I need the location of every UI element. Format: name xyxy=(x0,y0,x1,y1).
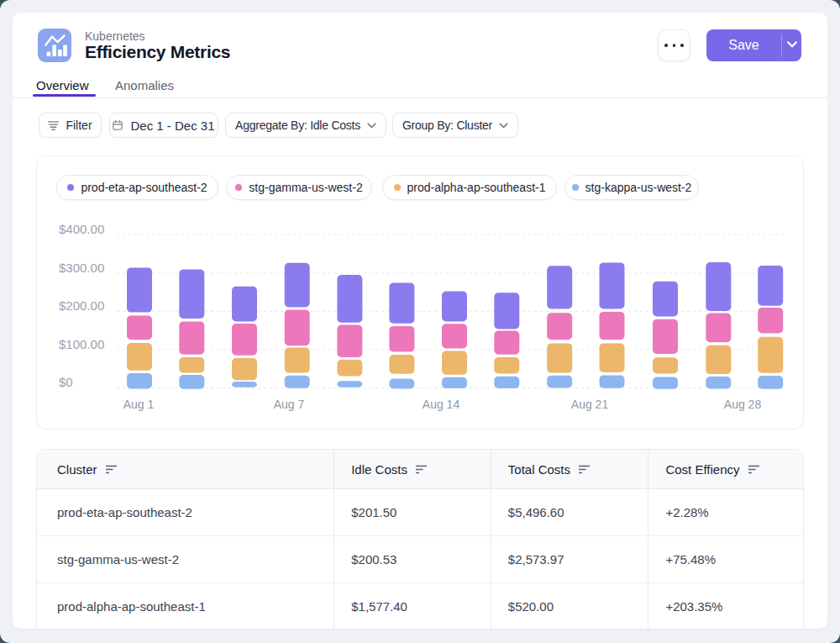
svg-text:Aug 14: Aug 14 xyxy=(423,398,460,411)
svg-text:Aug 28: Aug 28 xyxy=(724,398,762,411)
svg-text:$100.00: $100.00 xyxy=(59,337,104,351)
svg-text:Aug 21: Aug 21 xyxy=(571,398,609,411)
svg-text:$0: $0 xyxy=(59,375,73,389)
svg-text:$200.00: $200.00 xyxy=(59,298,104,313)
svg-text:$300.00: $300.00 xyxy=(59,261,104,275)
svg-text:Aug 1: Aug 1 xyxy=(123,398,155,411)
svg-text:$400.00: $400.00 xyxy=(59,222,104,236)
svg-text:Aug 7: Aug 7 xyxy=(274,398,305,411)
